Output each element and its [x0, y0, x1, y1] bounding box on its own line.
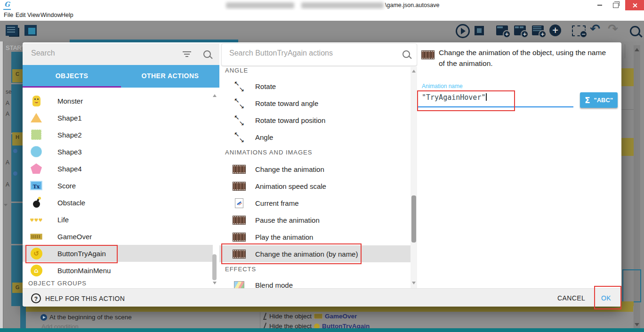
gameover-mini-icon: [314, 314, 322, 319]
hide-action-icon: [263, 313, 267, 320]
filter-icon[interactable]: [183, 51, 191, 57]
help-for-action-link[interactable]: HELP FOR THIS ACTION: [31, 293, 125, 303]
rotate-icon: [234, 98, 244, 108]
action-row-play-animation[interactable]: Play the animation: [219, 228, 411, 245]
comment-block-fragment: [621, 301, 634, 306]
action-row-pause-animation[interactable]: Pause the animation: [219, 211, 411, 228]
menu-file[interactable]: File: [4, 12, 13, 18]
object-row-monster[interactable]: Monster: [23, 92, 213, 109]
action-row-change-animation[interactable]: Change the animation: [219, 161, 411, 178]
action-row-rotate-toward-angle[interactable]: Rotate toward angle: [219, 95, 411, 112]
object-search-input[interactable]: [30, 49, 173, 58]
object-row-buttonmainmenu[interactable]: ButtonMainMenu: [23, 262, 213, 279]
action-row-change-animation-by-name[interactable]: Change the animation (by name): [219, 245, 411, 262]
gameover-icon: [30, 234, 42, 240]
scrollbar-thumb[interactable]: [212, 254, 217, 280]
scrollbar-thumb[interactable]: [411, 195, 416, 243]
object-row-buttontryagain[interactable]: ButtonTryAgain: [23, 245, 213, 262]
blend-mode-icon: [234, 281, 244, 289]
event-margin-bar: [11, 52, 23, 306]
cancel-button[interactable]: CANCEL: [557, 294, 585, 302]
minimize-button[interactable]: [592, 0, 607, 10]
tab-objects[interactable]: OBJECTS: [23, 65, 121, 88]
scrollbar-track[interactable]: [411, 67, 417, 288]
object-search-bar: [23, 43, 219, 65]
menu-edit[interactable]: Edit: [16, 12, 26, 18]
delete-event-icon: [572, 24, 586, 36]
main-menu-icon: [31, 265, 42, 276]
scene-begin-condition-icon: [40, 314, 47, 321]
restore-button[interactable]: [608, 0, 623, 10]
action-row-angle[interactable]: Angle: [219, 129, 411, 146]
bomb-icon: [33, 201, 40, 208]
action-description: Change the animation of the object, usin…: [439, 47, 609, 69]
object-row-shape2[interactable]: Shape2: [23, 126, 213, 143]
event-action-row: Hide the object GameOver: [263, 313, 357, 320]
menu-help[interactable]: Help: [61, 12, 73, 18]
project-manager-icon: [6, 25, 18, 36]
action-row-animation-speed-scale[interactable]: Animation speed scale: [219, 178, 411, 194]
frame-edit-icon: [235, 198, 243, 208]
expression-editor-button[interactable]: Σ "ABC": [580, 92, 618, 108]
scroll-up-icon[interactable]: [213, 94, 217, 97]
action-icon-fragment: [13, 171, 17, 176]
dialog-footer: HELP FOR THIS ACTION CANCEL OK: [23, 288, 621, 307]
object-tabs: OBJECTS OTHER ACTIONS: [23, 65, 219, 88]
menu-view[interactable]: View: [27, 12, 40, 18]
event-condition-text: At the beginning of the scene: [49, 314, 132, 321]
scene-tab-partial-label: START: [6, 44, 23, 51]
active-tab-indicator: [23, 86, 121, 88]
object-row-shape4[interactable]: Shape4: [23, 160, 213, 177]
bottom-status-bar: [0, 328, 644, 332]
redo-icon: [608, 22, 618, 36]
text-object-icon: [30, 181, 42, 190]
help-icon: [31, 293, 41, 303]
scroll-up-icon[interactable]: [412, 70, 416, 73]
text-caret: [486, 93, 487, 101]
search-icon[interactable]: [402, 50, 410, 58]
object-row-shape1[interactable]: Shape1: [23, 109, 213, 126]
ok-button[interactable]: OK: [601, 294, 611, 302]
comment-block-fragment: H: [12, 132, 23, 146]
scroll-down-icon[interactable]: [412, 282, 416, 284]
object-row-obstacle[interactable]: Obstacle: [23, 194, 213, 211]
object-row-life[interactable]: Life: [23, 211, 213, 228]
square-icon: [31, 130, 41, 140]
close-icon: [632, 3, 637, 8]
scroll-down-icon: [635, 323, 639, 326]
film-strip-icon: [233, 216, 245, 224]
action-row-rotate[interactable]: Rotate: [219, 78, 411, 95]
object-row-score[interactable]: Score: [23, 177, 213, 194]
comment-block-fragment: [26, 306, 633, 312]
film-strip-icon: [233, 250, 245, 258]
search-icon[interactable]: [203, 50, 211, 58]
choose-action-dialog: OBJECTS OTHER ACTIONS Monster Shape1 Sha…: [23, 42, 621, 306]
action-row-current-frame[interactable]: Current frame: [219, 194, 411, 211]
debug-icon: [475, 24, 484, 35]
rotate-icon: [234, 81, 244, 91]
redacted-title-segment: [226, 2, 294, 8]
undo-icon: [590, 22, 600, 36]
event-sheet-right-margin: [621, 41, 644, 306]
triangle-icon: [31, 113, 42, 122]
animation-name-input[interactable]: "TryAgainHover": [422, 93, 572, 105]
object-row-gameover[interactable]: GameOver: [23, 228, 213, 245]
action-search-input[interactable]: [228, 49, 390, 58]
comment-block-fragment: G: [12, 283, 23, 293]
rotate-icon: [234, 132, 244, 142]
hearts-icon: [30, 215, 43, 224]
scroll-down-icon[interactable]: [213, 282, 217, 284]
input-underline: [418, 106, 573, 107]
object-groups-header: OBJECT GROUPS: [28, 280, 87, 287]
action-row-rotate-toward-position[interactable]: Rotate toward position: [219, 112, 411, 129]
action-search-bar: [221, 43, 417, 66]
add-comment-icon: [532, 24, 544, 35]
add-new-icon: [549, 24, 561, 36]
object-row-shape3[interactable]: Shape3: [23, 143, 213, 160]
window-titlebar: G \game.json.autosave: [0, 0, 644, 10]
play-icon: [456, 24, 470, 38]
tab-other-actions[interactable]: OTHER ACTIONS: [121, 65, 219, 88]
close-button[interactable]: [625, 0, 644, 10]
section-header-animations: ANIMATIONS AND IMAGES: [225, 149, 312, 156]
menu-window[interactable]: Window: [40, 12, 61, 18]
